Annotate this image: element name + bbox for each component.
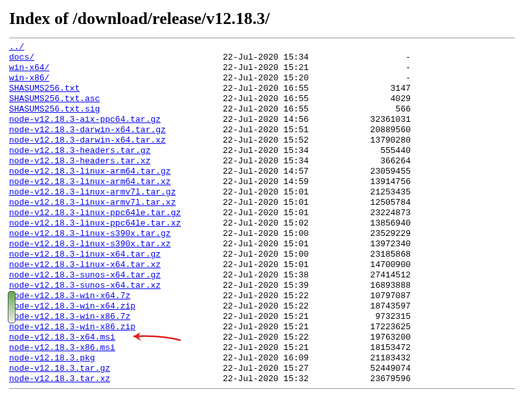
list-item: win-x64/22-Jul-2020 15:21- <box>9 63 515 73</box>
file-date: 22-Jul-2020 15:01 <box>223 208 326 218</box>
file-date: 22-Jul-2020 16:55 <box>223 104 326 115</box>
scroll-marker <box>8 291 16 323</box>
list-item: node-v12.18.3-linux-ppc64le.tar.xz22-Jul… <box>9 218 515 229</box>
file-link[interactable]: node-v12.18.3-x64.msi <box>9 332 115 342</box>
file-link[interactable]: node-v12.18.3-linux-arm64.tar.xz <box>9 177 171 187</box>
file-link[interactable]: win-x86/ <box>9 73 49 83</box>
file-link[interactable]: node-v12.18.3.tar.gz <box>9 364 110 373</box>
file-link[interactable]: SHASUMS256.txt.asc <box>9 94 100 104</box>
file-size: 21253435 <box>326 187 411 198</box>
file-link[interactable]: node-v12.18.3-linux-armv7l.tar.xz <box>9 198 176 207</box>
file-link[interactable]: node-v12.18.3-linux-x64.tar.xz <box>9 260 161 270</box>
list-item: node-v12.18.3-darwin-x64.tar.gz22-Jul-20… <box>9 125 515 135</box>
file-date: 22-Jul-2020 15:34 <box>223 52 326 63</box>
file-date: 22-Jul-2020 15:32 <box>223 374 326 384</box>
file-size: 13914756 <box>326 177 411 187</box>
file-link[interactable]: node-v12.18.3-win-x64.zip <box>9 301 135 311</box>
file-size: 23529229 <box>326 229 411 239</box>
file-date: 22-Jul-2020 15:52 <box>223 135 326 146</box>
file-date: 22-Jul-2020 16:55 <box>223 94 326 104</box>
file-link[interactable]: node-v12.18.3-linux-arm64.tar.gz <box>9 167 171 176</box>
file-size: 13856940 <box>326 218 411 229</box>
divider-top <box>9 38 515 38</box>
file-date: 22-Jul-2020 15:01 <box>223 198 326 208</box>
file-size: 23679596 <box>326 374 411 384</box>
file-date: 22-Jul-2020 14:57 <box>223 167 326 177</box>
list-item: node-v12.18.3-linux-x64.tar.gz22-Jul-202… <box>9 250 515 260</box>
list-item: node-v12.18.3-win-x64.7z22-Jul-2020 15:2… <box>9 291 515 301</box>
file-link[interactable]: node-v12.18.3-win-x86.zip <box>9 322 135 332</box>
file-link[interactable]: node-v12.18.3-linux-s390x.tar.gz <box>9 229 171 239</box>
file-size: - <box>326 73 411 84</box>
list-item: SHASUMS256.txt.sig22-Jul-2020 16:55566 <box>9 104 515 115</box>
file-size: 21183432 <box>326 353 411 364</box>
file-size: 17223625 <box>326 322 411 332</box>
list-item: node-v12.18.3-headers.tar.xz22-Jul-2020 … <box>9 156 515 167</box>
file-date: 22-Jul-2020 15:00 <box>223 229 326 239</box>
file-link[interactable]: node-v12.18.3-linux-armv7l.tar.gz <box>9 187 176 197</box>
list-item: node-v12.18.3-win-x86.zip22-Jul-2020 15:… <box>9 322 515 332</box>
file-size: - <box>326 52 411 63</box>
file-date: 22-Jul-2020 15:01 <box>223 260 326 270</box>
file-link[interactable]: docs/ <box>9 52 34 62</box>
file-link[interactable]: node-v12.18.3-darwin-x64.tar.xz <box>9 135 166 145</box>
file-link[interactable]: node-v12.18.3.pkg <box>9 353 95 363</box>
file-link[interactable]: node-v12.18.3-linux-s390x.tar.xz <box>9 239 171 249</box>
list-item: node-v12.18.3.tar.gz22-Jul-2020 15:27524… <box>9 364 515 374</box>
file-size: 366264 <box>326 156 411 167</box>
file-size: 23185868 <box>326 250 411 260</box>
list-item: node-v12.18.3.tar.xz22-Jul-2020 15:32236… <box>9 374 515 384</box>
file-date: 22-Jul-2020 15:01 <box>223 239 326 250</box>
file-link[interactable]: node-v12.18.3-linux-ppc64le.tar.xz <box>9 218 181 228</box>
file-date: 22-Jul-2020 15:51 <box>223 125 326 135</box>
file-link[interactable]: node-v12.18.3.tar.xz <box>9 374 110 384</box>
file-link[interactable]: SHASUMS256.txt.sig <box>9 104 100 114</box>
file-date: 22-Jul-2020 15:22 <box>223 301 326 312</box>
file-link[interactable]: SHASUMS256.txt <box>9 84 80 93</box>
file-date: 22-Jul-2020 16:55 <box>223 84 326 94</box>
file-size: 20889560 <box>326 125 411 135</box>
file-size: 32361031 <box>326 115 411 125</box>
file-link[interactable]: node-v12.18.3-aix-ppc64.tar.gz <box>9 115 161 124</box>
file-link[interactable]: node-v12.18.3-darwin-x64.tar.gz <box>9 125 166 135</box>
file-size: 4029 <box>326 94 411 104</box>
file-date: 22-Jul-2020 15:20 <box>223 73 326 84</box>
file-date: 22-Jul-2020 15:21 <box>223 63 326 73</box>
file-listing: ../docs/22-Jul-2020 15:34-win-x64/22-Jul… <box>9 42 515 384</box>
list-item: node-v12.18.3-linux-s390x.tar.gz22-Jul-2… <box>9 229 515 239</box>
file-date: 22-Jul-2020 15:22 <box>223 332 326 343</box>
file-link[interactable]: node-v12.18.3-headers.tar.xz <box>9 156 150 166</box>
file-link[interactable]: node-v12.18.3-sunos-x64.tar.gz <box>9 270 161 280</box>
parent-link[interactable]: ../ <box>9 42 24 52</box>
file-link[interactable]: win-x64/ <box>9 63 49 73</box>
file-size: 18153472 <box>326 343 411 353</box>
file-date: 22-Jul-2020 15:38 <box>223 270 326 281</box>
file-size: 13790280 <box>326 135 411 146</box>
file-link[interactable]: node-v12.18.3-sunos-x64.tar.xz <box>9 281 161 290</box>
file-size: 10797087 <box>326 291 411 301</box>
file-size: 18743597 <box>326 301 411 312</box>
file-link[interactable]: node-v12.18.3-linux-ppc64le.tar.gz <box>9 208 181 218</box>
file-date: 22-Jul-2020 15:01 <box>223 187 326 198</box>
file-size: 9732315 <box>326 312 411 322</box>
file-date: 22-Jul-2020 15:34 <box>223 146 326 156</box>
list-item: node-v12.18.3-linux-armv7l.tar.gz22-Jul-… <box>9 187 515 198</box>
page-title: Index of /download/release/v12.18.3/ <box>9 9 515 29</box>
file-size: 27414512 <box>326 270 411 281</box>
file-date: 22-Jul-2020 15:34 <box>223 156 326 167</box>
file-link[interactable]: node-v12.18.3-win-x86.7z <box>9 312 130 321</box>
file-link[interactable]: node-v12.18.3-x86.msi <box>9 343 115 353</box>
divider-bottom <box>9 388 515 389</box>
file-size: 16893888 <box>326 281 411 291</box>
file-date: 22-Jul-2020 15:39 <box>223 281 326 291</box>
file-size: 19763200 <box>326 332 411 343</box>
list-item: win-x86/22-Jul-2020 15:20- <box>9 73 515 84</box>
list-item: SHASUMS256.txt22-Jul-2020 16:553147 <box>9 84 515 94</box>
file-link[interactable]: node-v12.18.3-win-x64.7z <box>9 291 130 301</box>
list-item: node-v12.18.3-linux-arm64.tar.gz22-Jul-2… <box>9 167 515 177</box>
file-size: 13972340 <box>326 239 411 250</box>
list-item: node-v12.18.3-linux-ppc64le.tar.gz22-Jul… <box>9 208 515 218</box>
list-item: node-v12.18.3-headers.tar.gz22-Jul-2020 … <box>9 146 515 156</box>
file-link[interactable]: node-v12.18.3-linux-x64.tar.gz <box>9 250 161 259</box>
file-link[interactable]: node-v12.18.3-headers.tar.gz <box>9 146 150 156</box>
